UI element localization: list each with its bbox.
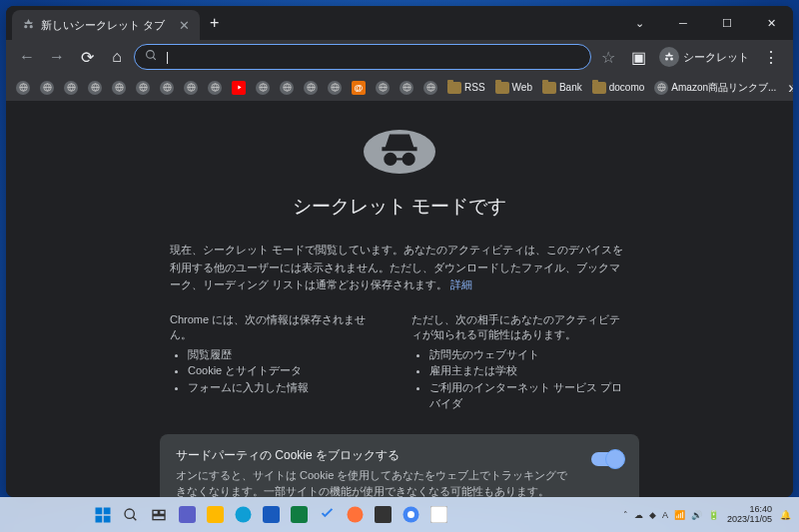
tray-ime-icon[interactable]: A (662, 510, 668, 520)
back-button[interactable]: ← (14, 44, 40, 70)
list-item: 閲覧履歴 (188, 346, 388, 363)
svg-line-1 (153, 57, 156, 60)
taskbar-app[interactable] (286, 502, 312, 528)
home-button[interactable]: ⌂ (104, 44, 130, 70)
browser-window: 新しいシークレット タブ ✕ + ⌄ ─ ☐ ✕ ← → ⟳ ⌂ | ☆ ▣ シ… (6, 6, 793, 497)
taskbar-app[interactable] (342, 502, 368, 528)
bookmark-item[interactable] (324, 78, 346, 98)
reload-button[interactable]: ⟳ (74, 44, 100, 70)
bookmark-folder-web[interactable]: Web (491, 79, 536, 97)
bookmark-item[interactable] (180, 78, 202, 98)
col-not-saved: Chrome には、次の情報は保存されません。 閲覧履歴 Cookie とサイト… (170, 312, 388, 412)
svg-rect-21 (96, 515, 103, 522)
bookmark-item[interactable] (396, 78, 417, 98)
side-panel-button[interactable]: ▣ (625, 44, 651, 70)
bookmark-item[interactable] (12, 78, 34, 98)
learn-more-link[interactable]: 詳細 (450, 278, 472, 290)
bookmarks-overflow-button[interactable]: » (784, 79, 793, 97)
task-view-button[interactable] (146, 502, 172, 528)
svg-rect-34 (375, 506, 392, 523)
bookmark-item-amazon[interactable]: Amazon商品リンクブ... (650, 78, 780, 98)
list-item: ご利用のインターネット サービス プロバイダ (429, 379, 629, 412)
bookmark-item[interactable] (276, 78, 298, 98)
taskbar-clock[interactable]: 16:40 2023/11/05 (727, 505, 772, 525)
taskbar-app[interactable] (425, 502, 451, 528)
list-item: フォームに入力した情報 (188, 379, 388, 396)
list-item: 雇用主または学校 (429, 362, 629, 379)
bookmark-star-button[interactable]: ☆ (595, 44, 621, 70)
bookmark-folder-bank[interactable]: Bank (538, 79, 586, 97)
bookmark-item[interactable] (372, 78, 394, 98)
app-icon: @ (352, 81, 366, 95)
bookmark-item[interactable] (36, 78, 58, 98)
maximize-button[interactable]: ☐ (705, 6, 749, 40)
new-tab-button[interactable]: + (200, 6, 229, 40)
globe-icon (136, 81, 150, 95)
windows-taskbar: ˄ ☁ ◆ A 📶 🔊 🔋 16:40 2023/11/05 🔔 (0, 497, 799, 532)
block-cookies-toggle[interactable] (591, 452, 623, 466)
globe-icon (112, 81, 126, 95)
tray-volume-icon[interactable]: 🔊 (691, 510, 702, 520)
bookmark-item[interactable] (132, 78, 154, 98)
bookmark-item[interactable] (108, 78, 130, 98)
close-button[interactable]: ✕ (749, 6, 793, 40)
taskbar-right: ˄ ☁ ◆ A 📶 🔊 🔋 16:40 2023/11/05 🔔 (623, 505, 791, 525)
svg-rect-27 (153, 515, 165, 519)
notifications-button[interactable]: 🔔 (780, 510, 791, 520)
taskbar-app[interactable] (230, 502, 256, 528)
svg-rect-26 (160, 510, 165, 514)
bookmark-item[interactable] (60, 78, 82, 98)
bookmark-item[interactable] (84, 78, 106, 98)
globe-icon (304, 81, 318, 95)
tray-wifi-icon[interactable]: 📶 (674, 510, 685, 520)
bookmark-folder-rss[interactable]: RSS (443, 79, 489, 97)
taskbar-app[interactable] (398, 502, 423, 528)
address-bar[interactable]: | (134, 44, 591, 70)
search-button[interactable] (118, 502, 144, 528)
bookmark-item[interactable] (252, 78, 274, 98)
svg-rect-32 (291, 506, 308, 523)
globe-icon (64, 81, 78, 95)
taskbar-center (90, 502, 451, 528)
tray-cloud-icon[interactable]: ☁ (634, 510, 643, 520)
folder-icon (495, 82, 509, 94)
taskbar-app[interactable] (202, 502, 228, 528)
taskbar-app[interactable] (314, 502, 340, 528)
incognito-indicator[interactable]: シークレット (655, 45, 753, 69)
bookmark-item[interactable] (204, 78, 226, 98)
chevron-down-icon[interactable]: ⌄ (617, 6, 661, 40)
bookmark-item[interactable] (156, 78, 178, 98)
bookmarks-bar: @ RSS Web Bank docomo Amazon商品リンクブ... » (6, 74, 793, 102)
bookmark-item[interactable]: @ (348, 78, 370, 98)
svg-point-30 (235, 507, 251, 523)
forward-button[interactable]: → (44, 44, 70, 70)
tray-chevron-icon[interactable]: ˄ (623, 510, 628, 520)
page-content: シークレット モードです 現在、シークレット モードで閲覧しています。あなたのア… (6, 102, 793, 497)
svg-point-33 (347, 507, 363, 523)
bookmark-item[interactable] (228, 78, 250, 98)
list-item: Cookie とサイトデータ (188, 362, 388, 379)
taskbar-app[interactable] (370, 502, 396, 528)
globe-icon (160, 81, 174, 95)
start-button[interactable] (90, 502, 116, 528)
svg-rect-19 (96, 507, 103, 514)
globe-icon (280, 81, 294, 95)
tray-battery-icon[interactable]: 🔋 (708, 510, 719, 520)
bookmark-item[interactable] (419, 78, 441, 98)
svg-rect-25 (153, 510, 158, 514)
svg-point-0 (147, 51, 155, 59)
bookmark-item[interactable] (300, 78, 322, 98)
tray-app-icon[interactable]: ◆ (649, 510, 656, 520)
youtube-icon (232, 81, 246, 95)
svg-line-24 (133, 517, 136, 520)
browser-tab[interactable]: 新しいシークレット タブ ✕ (12, 10, 200, 40)
menu-button[interactable]: ⋮ (757, 48, 785, 67)
svg-rect-22 (104, 515, 111, 522)
taskbar-app[interactable] (174, 502, 200, 528)
bookmark-folder-docomo[interactable]: docomo (588, 79, 649, 97)
tab-close-button[interactable]: ✕ (179, 18, 190, 33)
minimize-button[interactable]: ─ (661, 6, 705, 40)
toolbar: ← → ⟳ ⌂ | ☆ ▣ シークレット ⋮ (6, 40, 793, 74)
taskbar-app[interactable] (258, 502, 284, 528)
globe-icon (16, 81, 30, 95)
